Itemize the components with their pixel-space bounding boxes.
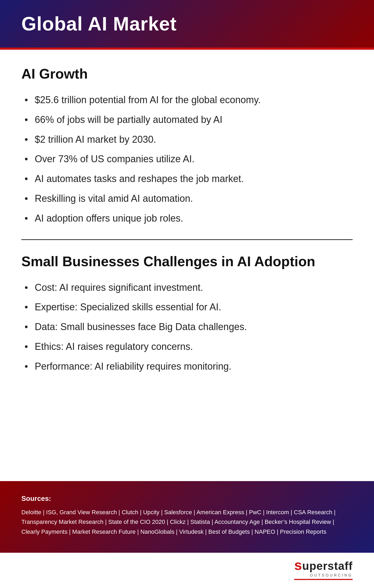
logo-text: uperstaff: [302, 560, 353, 572]
small-business-section: Small Businesses Challenges in AI Adopti…: [21, 253, 353, 374]
logo-area: superstaff OUTSOURCING: [0, 553, 374, 588]
section-divider: [21, 239, 353, 240]
list-item: Cost: AI requires significant investment…: [21, 280, 353, 295]
list-item: AI adoption offers unique job roles.: [21, 211, 353, 226]
page-header: Global AI Market: [0, 0, 374, 48]
small-business-list: Cost: AI requires significant investment…: [21, 280, 353, 374]
list-item: Expertise: Specialized skills essential …: [21, 300, 353, 315]
list-item: Reskilling is vital amid AI automation.: [21, 191, 353, 206]
logo-wordmark: superstaff: [294, 558, 353, 572]
logo-underline: [294, 579, 353, 580]
list-item: $2 trillion AI market by 2030.: [21, 132, 353, 147]
list-item: Performance: AI reliability requires mon…: [21, 359, 353, 374]
ai-growth-section: AI Growth $25.6 trillion potential from …: [21, 66, 353, 226]
ai-growth-title: AI Growth: [21, 66, 353, 82]
logo-subtitle: OUTSOURCING: [310, 573, 353, 577]
brand-logo: superstaff OUTSOURCING: [294, 558, 353, 580]
list-item: AI automates tasks and reshapes the job …: [21, 171, 353, 186]
list-item: Data: Small businesses face Big Data cha…: [21, 319, 353, 334]
main-content: AI Growth $25.6 trillion potential from …: [0, 50, 374, 481]
sources-label: Sources:: [21, 494, 353, 503]
logo-s: s: [294, 557, 302, 573]
list-item: $25.6 trillion potential from AI for the…: [21, 92, 353, 107]
list-item: Over 73% of US companies utilize AI.: [21, 152, 353, 167]
list-item: 66% of jobs will be partially automated …: [21, 112, 353, 127]
ai-growth-list: $25.6 trillion potential from AI for the…: [21, 92, 353, 226]
page-title: Global AI Market: [21, 13, 353, 35]
sources-text: Deloitte | ISG, Grand View Research | Cl…: [21, 508, 353, 537]
small-business-title: Small Businesses Challenges in AI Adopti…: [21, 253, 353, 269]
header-underline: [0, 48, 374, 50]
footer: Sources: Deloitte | ISG, Grand View Rese…: [0, 481, 374, 553]
list-item: Ethics: AI raises regulatory concerns.: [21, 339, 353, 354]
